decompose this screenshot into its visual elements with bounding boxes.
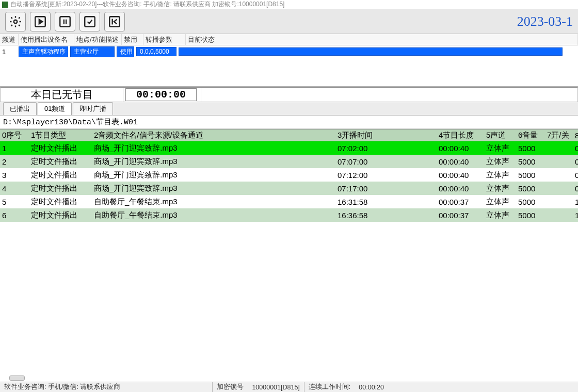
horizontal-scrollbar-thumb[interactable] xyxy=(9,375,25,381)
cell-len: 00:00:40 xyxy=(437,184,484,193)
dev-head-param: 转播参数 xyxy=(143,34,186,45)
pl-head-file: 2音频文件名/信号来源/设备通道 xyxy=(92,130,335,141)
footer-uptime-value: 00:00:20 xyxy=(355,384,388,391)
cell-vol: 5000 xyxy=(516,143,545,153)
playlist-body[interactable]: 1 定时文件播出 商场_开门迎宾致辞.mp3 07:02:00 00:00:40… xyxy=(0,141,578,389)
dev-head-forbid: 禁用 xyxy=(122,34,143,45)
cell-extra: 07 xyxy=(573,184,578,193)
pause-icon xyxy=(58,15,72,28)
dev-head-name: 使用播出设备名称 xyxy=(19,34,74,45)
cell-file: 商场_开门迎宾致辞.mp3 xyxy=(92,156,335,167)
cell-seq: 1 xyxy=(0,143,29,153)
cell-file: 商场_开门迎宾致辞.mp3 xyxy=(92,183,335,194)
cell-sw xyxy=(545,148,573,149)
svg-point-0 xyxy=(14,20,18,23)
tab-played[interactable]: 已播出 xyxy=(3,102,37,115)
playlist-row[interactable]: 2 定时文件播出 商场_开门迎宾致辞.mp3 07:07:00 00:00:40… xyxy=(0,155,578,168)
device-forbid-chip: 使用 xyxy=(117,46,134,57)
playlist-row[interactable]: 3 定时文件播出 商场_开门迎宾致辞.mp3 07:12:00 00:00:40… xyxy=(0,168,578,182)
cell-file: 商场_开门迎宾致辞.mp3 xyxy=(92,143,335,154)
dev-head-status: 目前状态 xyxy=(186,34,578,45)
cell-extra: 16 xyxy=(573,210,578,220)
back-button[interactable] xyxy=(104,12,125,31)
window-titlebar: 自动播音系统[更新:2023-02-20]---软件业务咨询: 手机/微信: 请… xyxy=(0,0,578,9)
cell-seq: 6 xyxy=(0,210,29,220)
cell-len: 00:00:40 xyxy=(437,143,484,153)
tab-channel01[interactable]: 01频道 xyxy=(38,102,72,115)
pause-button[interactable] xyxy=(55,12,75,31)
play-button[interactable] xyxy=(30,12,51,31)
cell-len: 00:00:37 xyxy=(437,210,484,220)
device-table-body: 1 主声音驱动程序 主营业厅 使用 0,0,0,5000 xyxy=(0,45,578,87)
cell-sw xyxy=(545,174,573,175)
cell-extra: 07 xyxy=(573,170,578,180)
file-path: D:\Msplayer130\Data\节目表.W01 xyxy=(0,116,578,129)
cell-start: 07:17:00 xyxy=(335,184,437,193)
cell-vol: 5000 xyxy=(516,184,545,193)
cell-seq: 4 xyxy=(0,184,29,193)
app-icon xyxy=(2,2,8,8)
cell-type: 定时文件播出 xyxy=(29,143,92,154)
cell-start: 07:12:00 xyxy=(335,170,437,180)
device-param-chip: 0,0,0,5000 xyxy=(136,47,176,56)
cell-type: 定时文件播出 xyxy=(29,197,92,207)
cell-sw xyxy=(545,188,573,189)
cell-vol: 5000 xyxy=(516,170,545,180)
playlist-row[interactable]: 5 定时文件播出 自助餐厅_午餐结束.mp3 16:31:58 00:00:37… xyxy=(0,195,578,208)
device-loc-chip: 主营业厅 xyxy=(70,46,115,57)
cell-type: 定时文件播出 xyxy=(29,170,92,181)
current-date: 2023-03-1 xyxy=(517,14,573,29)
cell-sw xyxy=(545,201,573,202)
cell-ch: 立体声 xyxy=(484,210,516,221)
cell-file: 自助餐厅_午餐结束.mp3 xyxy=(92,210,335,221)
status-footer: 软件业务咨询: 手机/微信: 请联系供应商 加密锁号 10000001[D815… xyxy=(0,382,578,392)
check-button[interactable] xyxy=(79,12,100,31)
pl-head-seq: 0序号 xyxy=(0,130,29,141)
cell-file: 商场_开门迎宾致辞.mp3 xyxy=(92,170,335,181)
back-arrow-icon xyxy=(108,15,121,28)
cell-vol: 5000 xyxy=(516,197,545,207)
check-icon xyxy=(83,15,97,28)
cell-sw xyxy=(545,161,573,162)
device-row[interactable]: 1 主声音驱动程序 主营业厅 使用 0,0,0,5000 xyxy=(0,46,565,57)
settings-button[interactable] xyxy=(5,12,26,31)
cell-extra: 16 xyxy=(573,197,578,207)
cell-len: 00:00:40 xyxy=(437,157,484,167)
status-progress xyxy=(201,88,577,102)
device-status-chip xyxy=(179,47,563,56)
cell-start: 07:02:00 xyxy=(335,143,437,153)
cell-type: 定时文件播出 xyxy=(29,156,92,167)
status-bar: 本日已无节目 00:00:00 xyxy=(0,87,578,102)
gear-icon xyxy=(9,15,22,28)
cell-vol: 5000 xyxy=(516,210,545,220)
cell-seq: 2 xyxy=(0,157,29,167)
toolbar: 2023-03-1 xyxy=(0,9,578,34)
tabs: 已播出 01频道 即时广播 xyxy=(0,102,578,116)
cell-ch: 立体声 xyxy=(484,197,516,207)
cell-seq: 3 xyxy=(0,170,29,180)
cell-vol: 5000 xyxy=(516,157,545,167)
footer-lock-value: 10000001[D815] xyxy=(248,384,303,391)
dev-head-loc: 地点/功能描述 xyxy=(74,34,122,45)
cell-ch: 立体声 xyxy=(484,183,516,194)
device-table-header: 频道 使用播出设备名称 地点/功能描述 禁用 转播参数 目前状态 xyxy=(0,34,578,45)
tab-instant[interactable]: 即时广播 xyxy=(73,102,113,115)
footer-contact: 软件业务咨询: 手机/微信: 请联系供应商 xyxy=(0,383,124,391)
playlist-row[interactable]: 1 定时文件播出 商场_开门迎宾致辞.mp3 07:02:00 00:00:40… xyxy=(0,141,578,155)
svg-rect-2 xyxy=(60,17,70,27)
cell-file: 自助餐厅_午餐结束.mp3 xyxy=(92,197,335,207)
pl-head-start: 3开播时间 xyxy=(335,130,437,141)
pl-head-type: 1节目类型 xyxy=(29,130,92,141)
cell-sw xyxy=(545,215,573,216)
device-index: 1 xyxy=(0,48,19,56)
status-time: 00:00:00 xyxy=(125,88,197,101)
playlist-header: 0序号 1节目类型 2音频文件名/信号来源/设备通道 3开播时间 4节目长度 5… xyxy=(0,129,578,141)
pl-head-vol: 6音量 xyxy=(516,130,545,141)
cell-extra: 07 xyxy=(573,157,578,167)
dev-head-channel: 频道 xyxy=(0,34,19,45)
pl-head-extra: 8 xyxy=(573,130,578,140)
play-icon xyxy=(34,15,47,28)
playlist-row[interactable]: 6 定时文件播出 自助餐厅_午餐结束.mp3 16:36:58 00:00:37… xyxy=(0,208,578,222)
footer-lock-label: 加密锁号 xyxy=(212,382,248,392)
playlist-row[interactable]: 4 定时文件播出 商场_开门迎宾致辞.mp3 07:17:00 00:00:40… xyxy=(0,182,578,195)
